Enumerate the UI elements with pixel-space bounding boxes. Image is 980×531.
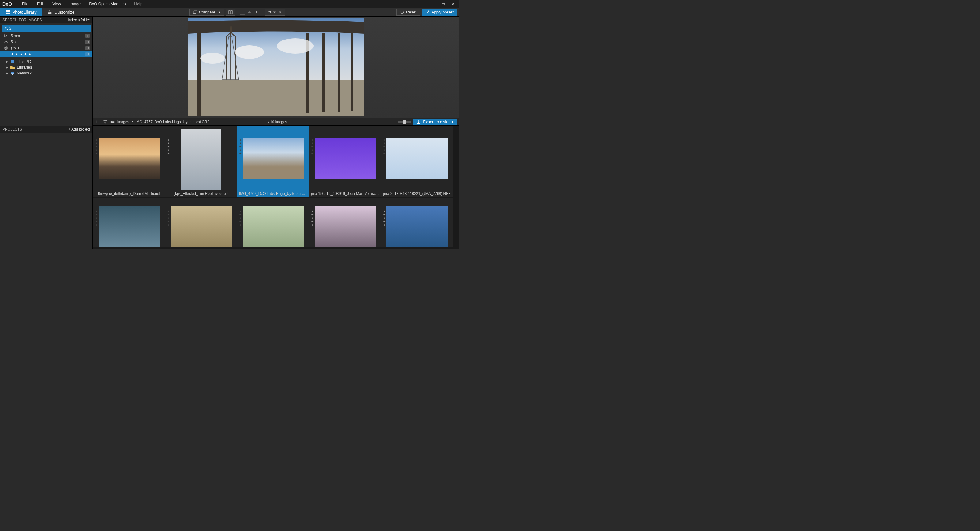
projects-list — [0, 133, 92, 249]
thumbnail[interactable]: ★★★★★ jma-20180818-110221_(JMA_7768).NEF — [381, 126, 453, 197]
projects-header: PROJECTS + Add project — [0, 126, 92, 133]
rating-stars[interactable]: ★★★★★ — [311, 139, 313, 155]
menu-file[interactable]: File — [18, 0, 33, 7]
rating-stars[interactable]: ★★★★★ — [311, 210, 313, 226]
thumbnail[interactable]: ★★★★★ 9mwpno_dethdanny_Daniel Marto.nef — [94, 126, 165, 197]
rating-stars[interactable]: ★★★★★ — [95, 139, 98, 155]
preview-area[interactable] — [93, 16, 460, 118]
filter-count: 0 — [85, 46, 90, 50]
rating-stars[interactable]: ★★★★★ — [95, 210, 98, 226]
left-panel: SEARCH FOR IMAGES + Index a folder 5 mm … — [0, 16, 93, 249]
close-icon[interactable]: ✕ — [451, 2, 455, 6]
filter-count: 1 — [85, 34, 90, 38]
filter-icon[interactable] — [103, 120, 108, 124]
zoom-percent-label: 28 % — [268, 10, 277, 14]
aperture-icon — [4, 46, 9, 51]
fit-icon[interactable] — [240, 10, 245, 15]
thumb-image — [170, 206, 232, 247]
filter-count: 0 — [85, 40, 90, 44]
move-icon[interactable] — [247, 10, 252, 15]
thumbnail-grid[interactable]: ★★★★★ 9mwpno_dethdanny_Daniel Marto.nef … — [93, 126, 460, 249]
filter-row[interactable]: ★ ★ ★ ★ ★ 3 — [0, 51, 92, 57]
net-icon — [10, 71, 15, 75]
rating-stars[interactable]: ★★★★★ — [383, 210, 385, 226]
rating-stars[interactable]: ★★★★★ — [167, 210, 170, 226]
zoom-group: 1:1 28 % ▼ — [238, 8, 287, 16]
svg-point-25 — [277, 38, 313, 54]
tree-label: Network — [17, 71, 32, 75]
search-filters: 5 mm 1 5 s 0 ƒ/5.0 0 ★ ★ ★ ★ ★ 3 — [0, 33, 92, 57]
zoom-11-button[interactable]: 1:1 — [254, 9, 263, 15]
filter-row[interactable]: 5 s 0 — [0, 39, 92, 45]
thumbnail[interactable]: ★★★★★ — [237, 198, 309, 247]
split-icon — [228, 10, 233, 15]
thumbnail[interactable]: ★★★★★ — [94, 198, 165, 247]
menu-optics[interactable]: DxO Optics Modules — [85, 0, 130, 7]
expand-icon[interactable]: ▶ — [6, 66, 8, 69]
svg-point-13 — [5, 46, 8, 50]
folder-tree: ▶ This PC▶ Libraries▶ Network — [0, 57, 92, 77]
add-project-button[interactable]: + Add project — [68, 127, 90, 131]
reset-label: Reset — [406, 10, 417, 14]
thumb-image — [315, 206, 376, 247]
expand-icon[interactable]: ▶ — [6, 72, 8, 75]
chevron-down-icon: ▼ — [218, 11, 221, 14]
filter-row[interactable]: ƒ/5.0 0 — [0, 45, 92, 51]
rating-stars[interactable]: ★★★★★ — [239, 210, 242, 226]
export-button[interactable]: Export to disk ▼ — [413, 119, 457, 125]
apply-preset-label: Apply preset — [431, 10, 453, 14]
reset-button[interactable]: Reset — [396, 9, 420, 16]
tree-item[interactable]: ▶ Libraries — [0, 64, 92, 70]
filter-row[interactable]: 5 mm 1 — [0, 33, 92, 39]
thumb-filename: jma-150510_203949_Jean-Marc Alexia.NEF — [309, 191, 381, 196]
browser-folder[interactable]: images — [117, 120, 129, 124]
main-area: SEARCH FOR IMAGES + Index a folder 5 mm … — [0, 16, 460, 249]
menu-edit[interactable]: Edit — [33, 0, 48, 7]
thumbnail[interactable]: ★★★★★ ijkjiz_Effected_Tim Rebkavets.cr2 — [165, 126, 237, 197]
tab-customize[interactable]: Customize — [42, 8, 80, 16]
menu-image[interactable]: Image — [65, 0, 85, 7]
search-box[interactable] — [2, 25, 91, 32]
shutter-icon — [4, 40, 9, 45]
maximize-icon[interactable]: ▭ — [441, 2, 445, 6]
minimize-icon[interactable]: — — [431, 2, 436, 6]
thumbnail[interactable]: ★★★★★ — [381, 198, 453, 247]
tree-item[interactable]: ▶ This PC — [0, 59, 92, 64]
zoom-percent-button[interactable]: 28 % ▼ — [265, 9, 285, 16]
thumb-filename: IMG_4767_DxO Labs-Hugo_Uyttersprot.CR2 — [237, 191, 309, 196]
svg-rect-0 — [6, 10, 8, 12]
search-input[interactable] — [9, 26, 89, 31]
thumb-image — [315, 138, 376, 179]
reset-icon — [400, 10, 404, 15]
rating-stars[interactable]: ★★★★★ — [239, 139, 242, 155]
expand-icon[interactable]: ▶ — [6, 60, 8, 63]
rating-stars[interactable]: ★★★★★ — [383, 139, 385, 155]
thumb-size-slider[interactable] — [398, 121, 411, 123]
compare-label: Compare — [199, 10, 215, 14]
filter-count: 3 — [85, 53, 90, 56]
thumbnail[interactable]: ★★★★★ jma-150510_203949_Jean-Marc Alexia… — [309, 126, 381, 197]
tab-photolibrary[interactable]: PhotoLibrary — [0, 8, 42, 16]
thumbnail[interactable]: ★★★★★ — [165, 198, 237, 247]
thumbnail[interactable]: ★★★★★ — [309, 198, 381, 247]
svg-rect-3 — [8, 12, 10, 14]
menu-view[interactable]: View — [48, 0, 65, 7]
apply-preset-button[interactable]: Apply preset — [422, 9, 457, 16]
menu-help[interactable]: Help — [130, 0, 147, 7]
tree-item[interactable]: ▶ Network — [0, 70, 92, 76]
thumb-image — [99, 138, 160, 179]
index-folder-button[interactable]: + Index a folder — [65, 18, 90, 22]
compare-button[interactable]: Compare ▼ — [189, 9, 224, 16]
rating-stars[interactable]: ★★★★★ — [167, 139, 170, 155]
thumb-image — [243, 206, 304, 247]
svg-point-4 — [49, 10, 50, 11]
sort-icon[interactable] — [95, 120, 100, 124]
thumb-image — [181, 129, 221, 190]
tab-photolibrary-label: PhotoLibrary — [12, 10, 37, 15]
thumbnail[interactable]: ★★★★★ IMG_4767_DxO Labs-Hugo_Uyttersprot… — [237, 126, 309, 197]
split-view-button[interactable] — [226, 9, 235, 16]
chevron-down-icon: ▼ — [449, 120, 454, 123]
image-counter: 1 / 10 images — [265, 120, 287, 124]
compare-icon — [192, 10, 197, 15]
svg-rect-2 — [6, 12, 8, 14]
